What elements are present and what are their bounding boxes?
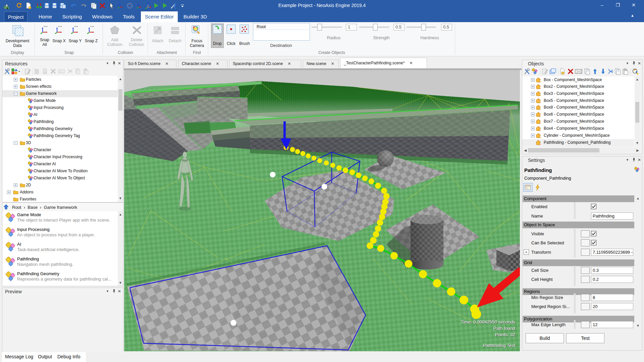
svg-text:x: x: [60, 70, 61, 73]
svg-text:Time: 0.00042550 seconds: Time: 0.00042550 seconds: [461, 319, 516, 324]
svg-text:Pathfinding Test: Pathfinding Test: [483, 343, 515, 348]
svg-text:Points: 32: Points: 32: [495, 332, 515, 337]
svg-text:Path found: Path found: [493, 326, 515, 331]
